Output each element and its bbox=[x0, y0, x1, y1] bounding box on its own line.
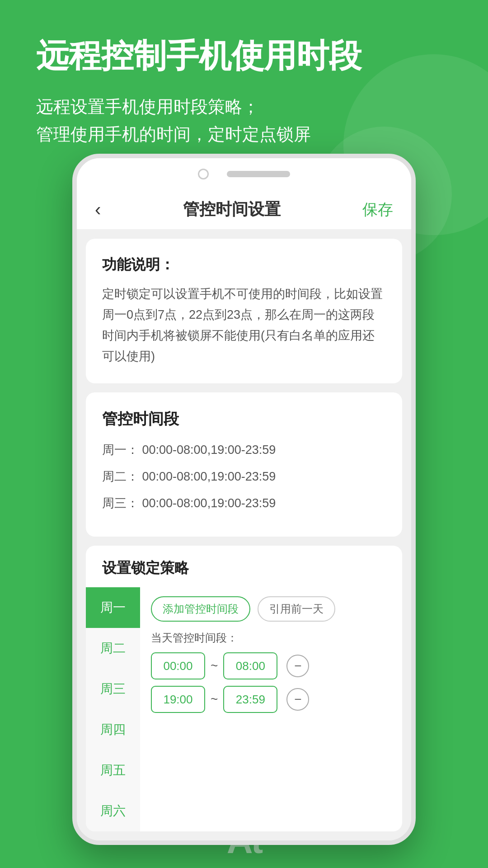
feature-desc-card: 功能说明： 定时锁定可以设置手机不可使用的时间段，比如设置周一0点到7点，22点… bbox=[86, 239, 402, 383]
strategy-card: 设置锁定策略 周一 周二 周三 周四 bbox=[86, 546, 402, 831]
phone-camera bbox=[198, 169, 209, 179]
day-item-friday[interactable]: 周五 bbox=[86, 750, 140, 791]
strategy-btn-row: 添加管控时间段 引用前一天 bbox=[151, 596, 391, 622]
start-time-1[interactable]: 00:00 bbox=[151, 652, 205, 679]
app-nav-bar: ‹ 管控时间设置 保存 bbox=[77, 190, 411, 230]
current-period-label: 当天管控时间段： bbox=[151, 631, 391, 645]
main-title: 远程控制手机使用时段 bbox=[36, 36, 452, 75]
nav-title: 管控时间设置 bbox=[183, 198, 281, 221]
tilde-2: ~ bbox=[211, 692, 218, 707]
feature-desc-content: 定时锁定可以设置手机不可使用的时间段，比如设置周一0点到7点，22点到23点，那… bbox=[102, 284, 386, 367]
copy-previous-button[interactable]: 引用前一天 bbox=[258, 596, 335, 622]
day-sidebar: 周一 周二 周三 周四 周五 bbox=[86, 587, 140, 831]
day-item-thursday[interactable]: 周四 bbox=[86, 709, 140, 750]
add-period-button[interactable]: 添加管控时间段 bbox=[151, 596, 250, 622]
back-button[interactable]: ‹ bbox=[95, 199, 101, 220]
day-item-saturday[interactable]: 周六 bbox=[86, 791, 140, 831]
end-time-1[interactable]: 08:00 bbox=[223, 652, 277, 679]
strategy-title: 设置锁定策略 bbox=[86, 546, 402, 587]
phone-mockup: ‹ 管控时间设置 保存 功能说明： 定时锁定可以设置手机不可使用的时间段，比如设… bbox=[72, 154, 416, 845]
phone-speaker bbox=[227, 171, 290, 177]
managed-periods-title: 管控时间段 bbox=[102, 409, 386, 429]
save-button[interactable]: 保存 bbox=[362, 199, 393, 220]
phone-frame: ‹ 管控时间设置 保存 功能说明： 定时锁定可以设置手机不可使用的时间段，比如设… bbox=[72, 154, 416, 845]
end-time-2[interactable]: 23:59 bbox=[223, 686, 277, 713]
day-item-tuesday[interactable]: 周二 bbox=[86, 628, 140, 669]
header-section: 远程控制手机使用时段 远程设置手机使用时段策略； 管理使用手机的时间，定时定点锁… bbox=[0, 0, 488, 166]
app-content: 功能说明： 定时锁定可以设置手机不可使用的时间段，比如设置周一0点到7点，22点… bbox=[77, 230, 411, 840]
time-slot-2: 19:00 ~ 23:59 − bbox=[151, 686, 391, 713]
strategy-body: 周一 周二 周三 周四 周五 bbox=[86, 587, 402, 831]
day-item-monday[interactable]: 周一 bbox=[86, 587, 140, 628]
time-slot-1: 00:00 ~ 08:00 − bbox=[151, 652, 391, 679]
table-row: 周一： 00:00-08:00,19:00-23:59 bbox=[102, 440, 386, 460]
day-item-wednesday[interactable]: 周三 bbox=[86, 669, 140, 709]
strategy-content: 添加管控时间段 引用前一天 当天管控时间段： 00:00 ~ 08:00 − bbox=[140, 587, 402, 831]
remove-slot-2[interactable]: − bbox=[286, 688, 309, 711]
start-time-2[interactable]: 19:00 bbox=[151, 686, 205, 713]
phone-top-bar bbox=[77, 158, 411, 190]
table-row: 周三： 00:00-08:00,19:00-23:59 bbox=[102, 494, 386, 513]
managed-periods-card: 管控时间段 周一： 00:00-08:00,19:00-23:59 周二： 00… bbox=[86, 392, 402, 537]
sub-line1: 远程设置手机使用时段策略； bbox=[36, 97, 259, 116]
remove-slot-1[interactable]: − bbox=[286, 655, 309, 677]
sub-line2: 管理使用手机的时间，定时定点锁屏 bbox=[36, 125, 311, 144]
tilde-1: ~ bbox=[211, 659, 218, 673]
feature-desc-title: 功能说明： bbox=[102, 255, 386, 275]
subtitle: 远程设置手机使用时段策略； 管理使用手机的时间，定时定点锁屏 bbox=[36, 93, 452, 148]
table-row: 周二： 00:00-08:00,19:00-23:59 bbox=[102, 467, 386, 486]
